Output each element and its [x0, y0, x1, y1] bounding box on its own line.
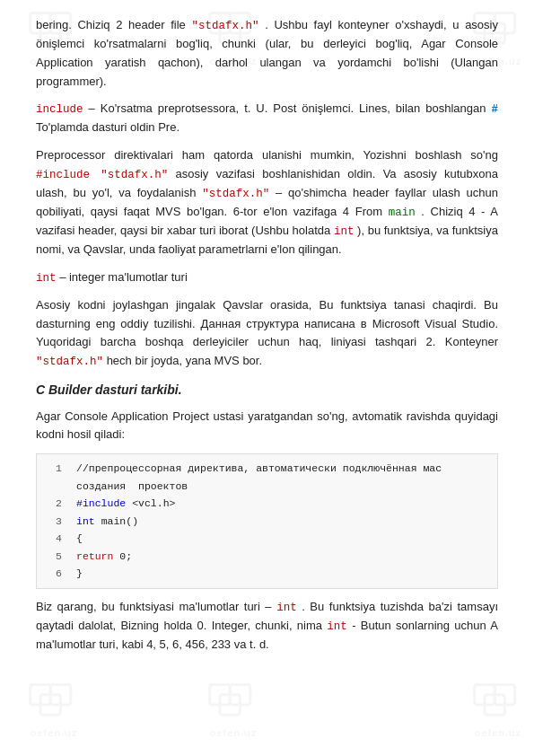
paragraph-1: bering. Chiziq 2 header file "stdafx.h" …: [36, 16, 498, 91]
svg-rect-17: [495, 684, 515, 705]
watermark-bottom-right: oefen.uz: [471, 681, 525, 738]
p1-text: bering. Chiziq 2 header file: [36, 18, 186, 31]
line-num-blank1: [46, 478, 62, 496]
svg-rect-10: [40, 695, 61, 716]
code-block: 1 2 3 4 5 6 //препроцессорная директива,…: [36, 453, 498, 589]
p1-code-stdafx: "stdafx.h": [191, 20, 258, 32]
code-line-6: }: [76, 565, 488, 583]
int-keyword-code: int: [76, 515, 95, 527]
svg-rect-12: [210, 684, 231, 705]
p5-text: Asosiy kodni joylashgan jingalak Qavslar…: [36, 298, 498, 349]
watermark-text: oefen.uz: [475, 727, 522, 738]
section-heading: C Builder dasturi tarkibi.: [36, 380, 498, 400]
line-num-4: 4: [46, 530, 62, 548]
line-numbers: 1 2 3 4 5 6: [46, 460, 62, 583]
include-keyword: include: [36, 103, 83, 116]
include-rest-text: To'plamda dasturi oldin Pre.: [36, 120, 179, 134]
hash-symbol: #: [491, 103, 498, 116]
code-line-1b: создания проектов: [76, 478, 488, 496]
svg-rect-13: [220, 695, 241, 716]
line-num-6: 6: [46, 565, 62, 583]
p5-rest: hech bir joyda, yana MVS bor.: [107, 354, 262, 367]
p3-include-code: #include "stdafx.h": [36, 169, 168, 181]
watermark-text: oefen.uz: [210, 727, 258, 738]
vcl-header: <vcl.h>: [132, 497, 175, 509]
watermark-bottom-left: oefen.uz: [27, 681, 81, 738]
paragraph-3: Preprocessor direktivalari ham qatorda u…: [36, 146, 498, 259]
p3-text: Preprocessor direktivalari ham qatorda u…: [36, 148, 498, 162]
code-line-5: return 0;: [76, 548, 488, 566]
include-line: include – Ko'rsatma preprotsessora, t. U…: [36, 100, 498, 137]
svg-rect-9: [31, 684, 51, 705]
return-val: 0;: [119, 550, 132, 562]
code-line-4: {: [76, 530, 488, 548]
p3-stdafx: "stdafx.h": [202, 188, 269, 200]
line-num-5: 5: [46, 548, 62, 566]
p3-main: main: [389, 207, 416, 219]
int-rest-text: – integer ma'lumotlar turi: [59, 270, 188, 284]
return-keyword: return: [76, 550, 113, 562]
code-line-1: //препроцессорная директива, автоматичес…: [76, 460, 488, 478]
line-num-3: 3: [46, 513, 62, 531]
p7-pre: Biz qarang, bu funktsiyasi ma'lumotlar t…: [36, 600, 272, 613]
svg-rect-14: [230, 684, 250, 705]
svg-rect-16: [485, 695, 505, 716]
code-line-2: #include <vcl.h>: [76, 495, 488, 513]
int-line: int – integer ma'lumotlar turi: [36, 268, 498, 287]
p7-int: int: [276, 602, 297, 614]
paragraph-7: Biz qarang, bu funktsiyasi ma'lumotlar t…: [36, 598, 498, 655]
line-num-1: 1: [46, 460, 62, 478]
svg-rect-15: [475, 684, 495, 705]
page-content: bering. Chiziq 2 header file "stdafx.h" …: [0, 0, 534, 680]
code-content: //препроцессорная директива, автоматичес…: [76, 460, 488, 583]
paragraph-6: Agar Console Application Project ustasi …: [36, 408, 498, 445]
line-num-2: 2: [46, 495, 62, 513]
code-line-3: int main(): [76, 513, 488, 531]
p7-int2: int: [327, 620, 347, 633]
watermark-bottom-center: oefen.uz: [206, 681, 260, 738]
p3-int: int: [334, 225, 355, 238]
watermark-text: oefen.uz: [31, 727, 78, 738]
int-keyword: int: [36, 272, 57, 285]
svg-rect-11: [50, 684, 71, 705]
paragraph-5: Asosiy kodni joylashgan jingalak Qavslar…: [36, 296, 498, 371]
p5-stdafx: "stdafx.h": [36, 356, 103, 368]
main-func: main(): [101, 515, 138, 527]
include-directive: #include: [76, 497, 126, 509]
include-desc: – Ko'rsatma preprotsessora, t. U. Post ö…: [89, 101, 486, 115]
